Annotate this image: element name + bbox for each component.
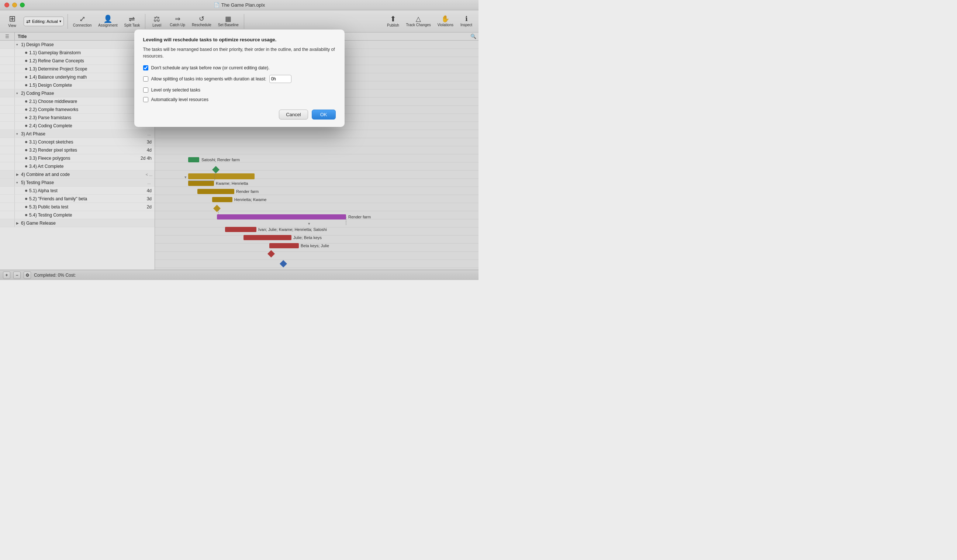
dialog-option-1: Don't schedule any task before now (or c… [143, 65, 336, 71]
dialog-option-2: Allow splitting of tasks into segments w… [143, 75, 336, 83]
option-2-checkbox[interactable] [143, 76, 148, 82]
ok-button[interactable]: OK [312, 110, 336, 120]
option-4-checkbox[interactable] [143, 97, 148, 102]
option-3-checkbox[interactable] [143, 87, 148, 93]
dialog-option-4: Automatically level resources [143, 97, 336, 102]
option-1-checkbox[interactable] [143, 65, 148, 71]
option-4-label: Automatically level resources [151, 97, 208, 102]
dialog-body: The tasks will be rearranged based on th… [143, 46, 336, 59]
dialog-buttons: Cancel OK [143, 107, 336, 120]
duration-input[interactable] [269, 75, 291, 83]
leveling-dialog: Leveling will reschedule tasks to optimi… [134, 30, 344, 127]
dialog-title: Leveling will reschedule tasks to optimi… [143, 37, 336, 43]
option-3-label: Level only selected tasks [151, 87, 201, 93]
dialog-option-3: Level only selected tasks [143, 87, 336, 93]
option-1-label: Don't schedule any task before now (or c… [151, 65, 270, 71]
option-2-label: Allow splitting of tasks into segments w… [151, 76, 266, 82]
cancel-button[interactable]: Cancel [279, 110, 308, 120]
dialog-overlay[interactable]: Leveling will reschedule tasks to optimi… [0, 0, 478, 280]
